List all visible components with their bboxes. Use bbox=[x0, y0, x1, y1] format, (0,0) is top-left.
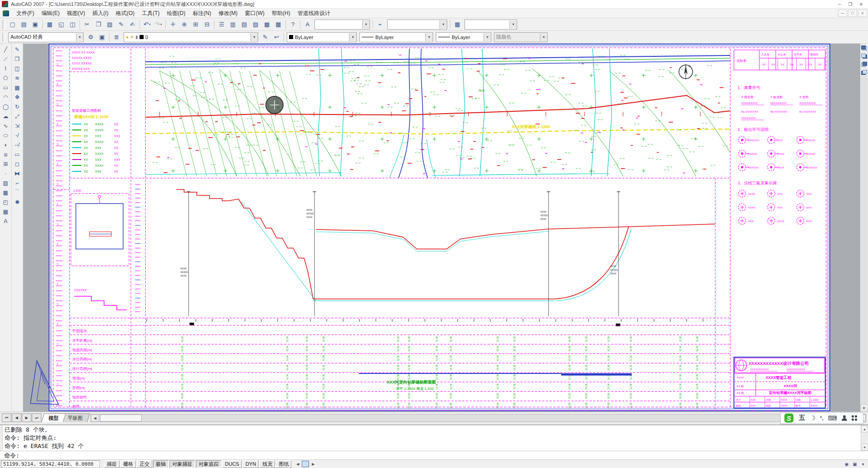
layer-combo[interactable]: ● ☀ ▮ 0▾ bbox=[124, 32, 258, 42]
dim-style-button[interactable]: ⌁ bbox=[374, 19, 386, 30]
tab-nav-2[interactable]: ▶ bbox=[22, 413, 31, 422]
status-toggle-正交[interactable]: 正交 bbox=[137, 460, 152, 468]
layer-properties-button[interactable]: ≣ bbox=[111, 32, 122, 43]
gradient-tool[interactable]: ▩ bbox=[0, 188, 11, 197]
workspace-combo[interactable]: AutoCAD 经典▾ bbox=[8, 32, 84, 42]
minimize-button[interactable]: ─ bbox=[834, 1, 844, 7]
polyline-tool[interactable]: ⌇ bbox=[0, 64, 11, 73]
text-style-button[interactable]: A bbox=[302, 19, 313, 30]
menu-10[interactable]: 窗口(W) bbox=[241, 9, 268, 18]
bring-to-front-button[interactable] bbox=[860, 44, 868, 51]
scroll-left-button[interactable]: ◀ bbox=[91, 414, 99, 422]
tab-nav-3[interactable]: ⏭ bbox=[32, 413, 41, 422]
construction-line-tool[interactable]: ⟋ bbox=[0, 54, 11, 64]
circle-tool[interactable]: ◯ bbox=[0, 102, 11, 111]
open-button[interactable]: ▤ bbox=[18, 19, 30, 30]
arc-tool[interactable]: ◠ bbox=[0, 92, 11, 102]
ime-toolbox-icon[interactable] bbox=[852, 415, 857, 421]
point-tool[interactable]: · bbox=[0, 169, 11, 178]
hatch-tool[interactable]: ▨ bbox=[0, 178, 11, 188]
save-button[interactable]: ▣ bbox=[30, 19, 41, 30]
model-next-button[interactable]: ▶ bbox=[310, 461, 316, 467]
menu-3[interactable]: 视图(V) bbox=[63, 9, 89, 18]
status-toggle-DYN[interactable]: DYN bbox=[243, 460, 259, 468]
ime-mode-wubi[interactable]: 五 bbox=[799, 414, 805, 422]
workspace-settings-button[interactable]: ⚙ bbox=[85, 32, 96, 43]
status-toggle-捕捉[interactable]: 捕捉 bbox=[104, 460, 120, 468]
status-toggle-对象追踪[interactable]: 对象追踪 bbox=[196, 460, 221, 468]
undo-button[interactable]: ↶▾ bbox=[141, 19, 153, 30]
menu-9[interactable]: 修改(M) bbox=[215, 9, 241, 18]
send-under-button[interactable] bbox=[860, 69, 868, 76]
zoom-previous-button[interactable]: ⊟ bbox=[201, 19, 213, 30]
menu-7[interactable]: 绘图(D) bbox=[163, 9, 189, 18]
explode-tool[interactable]: ✺ bbox=[12, 197, 23, 207]
ime-punctuation-icon[interactable]: °, bbox=[820, 415, 823, 421]
redo-button[interactable]: ↷▾ bbox=[153, 19, 164, 30]
chamfer-tool[interactable]: ⌐ bbox=[12, 178, 23, 188]
ellipse-arc-tool[interactable]: ◗ bbox=[0, 140, 11, 149]
save-workspace-button[interactable]: ▣ bbox=[96, 32, 108, 43]
child-restore-button[interactable]: □ bbox=[848, 10, 857, 17]
stretch-tool[interactable]: ⇲ bbox=[12, 121, 23, 130]
toolbar-lock-icon[interactable]: ▣ bbox=[851, 461, 859, 468]
rectangle-tool[interactable]: ▭ bbox=[0, 83, 11, 92]
status-toggle-极轴[interactable]: 极轴 bbox=[153, 460, 169, 468]
status-menu-icon[interactable]: ▾ bbox=[859, 461, 867, 468]
command-scroll-up[interactable]: ▲ bbox=[861, 425, 868, 433]
fillet-tool[interactable]: ⌒ bbox=[12, 188, 23, 197]
tab-nav-1[interactable]: ◀ bbox=[12, 413, 21, 422]
new-button[interactable]: ▢ bbox=[7, 19, 18, 30]
table-style-combo[interactable]: ▾ bbox=[464, 20, 517, 30]
dim-style-combo[interactable]: ▾ bbox=[387, 20, 447, 30]
mtext-tool[interactable]: A bbox=[0, 216, 11, 226]
block-editor-button[interactable]: ✍ bbox=[127, 19, 138, 30]
menu-8[interactable]: 标注(N) bbox=[189, 9, 215, 18]
command-scrollbar[interactable]: ▲ ▼ bbox=[861, 425, 868, 451]
mirror-tool[interactable]: ◫ bbox=[12, 64, 23, 73]
command-scroll-down[interactable]: ▼ bbox=[861, 443, 868, 451]
ellipse-tool[interactable]: ⬭ bbox=[0, 130, 11, 140]
offset-tool[interactable]: ≋ bbox=[12, 73, 23, 83]
layer-previous-button[interactable]: ↩ bbox=[271, 32, 282, 43]
tool-palettes-button[interactable]: ▤ bbox=[239, 19, 250, 30]
linetype-combo[interactable]: ByLayer▾ bbox=[359, 32, 433, 42]
make-layer-current-button[interactable]: ✎ bbox=[259, 32, 271, 43]
close-button[interactable]: ✕ bbox=[856, 1, 866, 7]
table-tool[interactable]: ▦ bbox=[0, 207, 11, 216]
status-toggle-DUCS[interactable]: DUCS bbox=[222, 460, 242, 468]
tab-nav-0[interactable]: ⏮ bbox=[2, 413, 11, 422]
plot-preview-button[interactable]: ◱ bbox=[55, 19, 67, 30]
polygon-tool[interactable]: ⬠ bbox=[0, 73, 11, 83]
drawing-canvas[interactable]: XXXXXXXXXXXXXXXXXXXXXX XX XXXXXXXXX XXXX… bbox=[23, 44, 859, 412]
status-toggle-栅格[interactable]: 栅格 bbox=[120, 460, 136, 468]
command-prompt[interactable]: 命令: bbox=[0, 451, 868, 460]
quickcalc-button[interactable]: ▦ bbox=[273, 19, 284, 30]
paste-button[interactable]: ▧ bbox=[104, 19, 115, 30]
plotstyle-combo[interactable]: 随颜色▾ bbox=[494, 32, 548, 42]
child-minimize-button[interactable]: ─ bbox=[838, 10, 847, 17]
erase-tool[interactable]: ✎ bbox=[12, 45, 23, 54]
revision-cloud-tool[interactable]: ☁ bbox=[0, 111, 11, 121]
publish-button[interactable]: ◫ bbox=[67, 19, 78, 30]
pan-button[interactable]: ✛ bbox=[167, 19, 179, 30]
status-toggle-对象捕捉[interactable]: 对象捕捉 bbox=[170, 460, 195, 468]
extend-tool[interactable]: --/ bbox=[12, 140, 23, 149]
sogou-logo-icon[interactable]: S bbox=[784, 413, 793, 423]
table-style-button[interactable]: ▦ bbox=[452, 19, 463, 30]
restore-button[interactable]: ❐ bbox=[845, 1, 855, 7]
help-button[interactable]: ? bbox=[287, 19, 299, 30]
bring-above-button[interactable] bbox=[860, 60, 868, 68]
menu-1[interactable]: 文件(F) bbox=[13, 9, 38, 18]
menu-6[interactable]: 工具(T) bbox=[138, 9, 163, 18]
break-tool[interactable]: ◻ bbox=[12, 159, 23, 169]
coordinate-readout[interactable]: 51199.9214, 50342.4410, 0.0000 bbox=[1, 460, 100, 468]
designcenter-button[interactable]: ▥ bbox=[227, 19, 239, 30]
join-tool[interactable]: ⧓ bbox=[12, 169, 23, 178]
plot-button[interactable]: ▦ bbox=[44, 19, 55, 30]
spline-tool[interactable]: ∿ bbox=[0, 121, 11, 130]
menu-2[interactable]: 编辑(E) bbox=[38, 9, 63, 18]
line-tool[interactable]: ╱ bbox=[0, 45, 11, 54]
menu-11[interactable]: 帮助(H) bbox=[268, 9, 294, 18]
horizontal-scrollbar[interactable]: ◀ ▶ bbox=[90, 414, 866, 422]
